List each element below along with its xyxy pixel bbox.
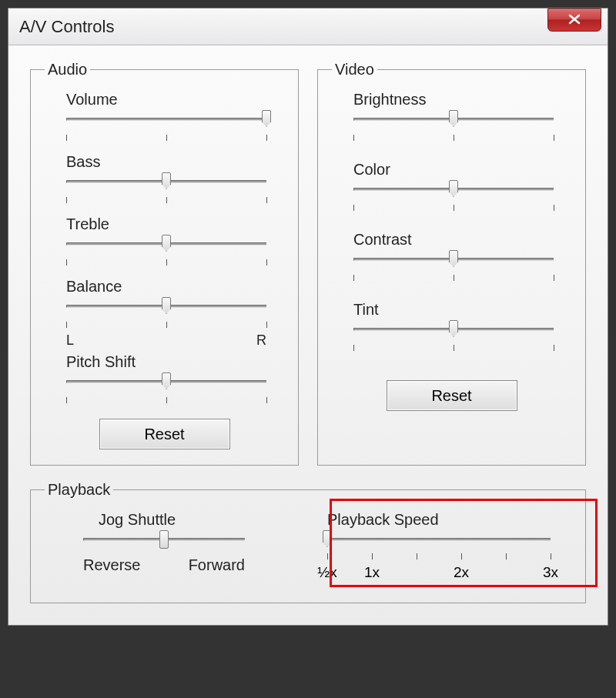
jog-shuttle-label: Jog Shuttle [99,511,303,529]
close-icon [567,12,581,28]
playback-speed-field: Playback Speed ½x1x2x3x [312,506,571,584]
contrast-thumb[interactable] [449,250,458,267]
jog-shuttle-thumb[interactable] [159,530,169,549]
playback-speed-label: Playback Speed [327,511,562,529]
brightness-slider[interactable] [353,112,554,133]
treble-label: Treble [66,215,284,233]
jog-shuttle-field: Jog Shuttle Reverse Forward [45,506,312,584]
pitch-shift-slider[interactable] [66,374,266,396]
volume-slider[interactable] [66,112,266,133]
playback-legend: Playback [45,481,113,499]
audio-reset-button[interactable]: Reset [99,419,230,449]
treble-slider[interactable] [66,236,266,258]
contrast-slider[interactable] [353,252,554,273]
bass-field: Bass [66,153,284,209]
contrast-field: Contrast [353,231,571,287]
playback-speed-slider[interactable] [327,532,551,553]
bass-thumb[interactable] [162,172,171,189]
color-slider[interactable] [353,182,554,203]
balance-field: Balance L R [66,278,284,349]
tint-thumb[interactable] [449,320,458,337]
speed-tick-label: 1x [364,564,380,581]
balance-left-label: L [66,332,74,349]
contrast-label: Contrast [353,231,571,249]
video-legend: Video [332,61,377,78]
audio-group: Audio Volume Bass [30,61,299,466]
tint-field: Tint [353,301,571,357]
video-group: Video Brightness Color [317,61,586,466]
pitch-shift-label: Pitch Shift [66,353,284,371]
playback-group: Playback Jog Shuttle Reverse Forward Pla… [30,481,586,603]
color-field: Color [353,161,571,217]
playback-speed-thumb[interactable] [323,530,332,547]
playback-speed-tick-labels: ½x1x2x3x [327,564,551,579]
close-button[interactable] [547,8,601,32]
balance-thumb[interactable] [162,297,171,314]
treble-field: Treble [66,215,284,272]
volume-thumb[interactable] [262,110,271,127]
brightness-label: Brightness [353,91,571,109]
jog-shuttle-slider[interactable] [83,532,245,553]
playback-speed-ticks [327,553,551,564]
bass-label: Bass [66,153,284,171]
speed-tick-label: 2x [454,564,469,581]
bass-slider[interactable] [66,174,266,195]
tint-slider[interactable] [353,322,554,343]
audio-legend: Audio [45,61,90,78]
balance-right-label: R [256,332,266,349]
titlebar: A/V Controls [8,8,608,45]
treble-thumb[interactable] [162,235,171,252]
speed-tick-label: ½x [317,564,336,581]
av-controls-window: A/V Controls Audio Volume [8,8,608,626]
volume-field: Volume [66,91,284,147]
pitch-shift-thumb[interactable] [162,372,171,389]
video-reset-button[interactable]: Reset [387,380,517,411]
brightness-field: Brightness [353,91,571,147]
balance-label: Balance [66,278,284,296]
brightness-thumb[interactable] [449,110,458,127]
color-label: Color [353,161,571,179]
tint-label: Tint [353,301,571,319]
balance-slider[interactable] [66,299,266,320]
jog-reverse-label: Reverse [83,556,140,574]
volume-label: Volume [66,91,284,109]
window-title: A/V Controls [19,17,115,37]
color-thumb[interactable] [449,180,458,197]
speed-tick-label: 3x [543,564,558,581]
pitch-shift-field: Pitch Shift [66,353,284,409]
jog-forward-label: Forward [189,556,245,574]
